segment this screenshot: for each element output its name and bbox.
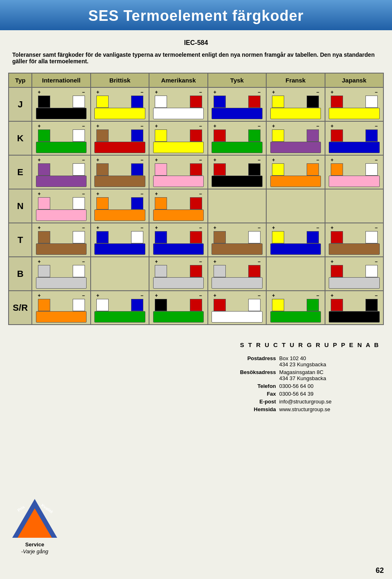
minus-pin [307, 163, 319, 176]
minus-pin [365, 163, 378, 176]
minus-pin [190, 96, 202, 108]
connector: + − [327, 157, 382, 187]
plus-pin [38, 129, 50, 142]
connector: + − [209, 293, 265, 323]
connector: + − [92, 191, 147, 221]
page-title: SES Termoelement färgkoder [0, 7, 392, 24]
connector: + − [33, 259, 89, 289]
minus-sign: − [199, 123, 202, 129]
minus-sign: − [82, 157, 85, 163]
plus-sign: + [155, 293, 158, 298]
minus-sign: − [375, 89, 378, 95]
minus-pin [73, 299, 85, 311]
connector: + − [92, 123, 147, 153]
plus-sign: + [272, 89, 275, 95]
contact-row-fax: Fax 0300-56 64 39 [240, 390, 335, 398]
minus-sign: − [82, 191, 85, 197]
minus-pin [365, 129, 378, 142]
plus-pin [272, 129, 284, 142]
connector: + − [33, 123, 89, 153]
minus-pin [365, 231, 378, 243]
connector: + − [209, 123, 265, 153]
col-header-jap: Japansk [325, 73, 383, 87]
minus-sign: − [199, 157, 202, 163]
connector-cell: + − [32, 87, 90, 121]
plus-sign: + [96, 225, 99, 231]
plus-sign: + [155, 123, 158, 129]
minus-sign: − [316, 157, 319, 163]
plus-sign: + [38, 89, 41, 95]
plus-sign: + [331, 89, 334, 95]
connector: + − [33, 157, 89, 187]
connector-base [36, 243, 87, 255]
minus-pin [73, 163, 85, 176]
connector-base [270, 142, 321, 153]
plus-sign: + [155, 259, 158, 265]
connector-cell: + − [32, 291, 90, 325]
connector: + − [151, 123, 206, 153]
connector-cell: + − [91, 155, 149, 189]
intro-description: Toleranser samt färgkoder för de vanliga… [12, 51, 380, 65]
connector-cell: + − [266, 87, 325, 121]
connector: + − [92, 157, 147, 187]
connector-cell: + − [32, 189, 90, 223]
minus-sign: − [316, 293, 319, 298]
plus-sign: + [155, 191, 158, 197]
connector: + − [33, 293, 89, 323]
plus-pin [331, 163, 343, 176]
plus-pin [38, 265, 50, 277]
table-row: K + − + − + [9, 121, 383, 155]
connector-base [94, 311, 145, 323]
contact-row-besok: Besöksadress Magasinsgatan 8C434 37 Kung… [240, 368, 335, 382]
connector-base [270, 108, 321, 119]
minus-sign: − [316, 225, 319, 231]
connector-cell: + − [325, 291, 383, 325]
plus-pin [272, 163, 284, 176]
minus-pin [307, 299, 319, 311]
connector-cell: + − [208, 223, 266, 257]
connector-cell: + − [325, 155, 383, 189]
connector-cell: + − [32, 223, 90, 257]
minus-sign: − [258, 259, 261, 265]
minus-pin [248, 231, 261, 243]
minus-sign: − [199, 225, 202, 231]
connector-cell: + − [266, 155, 325, 189]
col-header-amer: Amerikansk [149, 73, 207, 87]
standard-label: IEC-584 [12, 39, 380, 47]
minus-pin [307, 96, 319, 108]
minus-pin [131, 197, 143, 209]
minus-pin [307, 231, 319, 243]
contact-table: Postadress Box 102 40434 23 Kungsbacka B… [240, 354, 335, 413]
connector-cell: + − [266, 121, 325, 155]
col-header-fransk: Fransk [266, 73, 325, 87]
connector-cell: + − [208, 257, 266, 291]
connector: + − [33, 89, 89, 119]
connector-cell: + − [149, 121, 207, 155]
connector-base [212, 176, 263, 187]
plus-sign: + [96, 293, 99, 298]
col-header-brit: Brittisk [91, 73, 149, 87]
contact-row-web: Hemsida www.structurgroup.se [240, 405, 335, 413]
besoksadress-value: Magasinsgatan 8C434 37 Kungsbacka [279, 368, 335, 382]
connector-base [329, 108, 380, 119]
minus-pin [365, 299, 378, 311]
minus-sign: − [375, 157, 378, 163]
connector-cell: + − [32, 121, 90, 155]
connector: + − [33, 225, 89, 255]
connector-base [270, 311, 321, 323]
connector-base [94, 209, 145, 221]
minus-sign: − [140, 225, 143, 231]
connector: + − [268, 89, 323, 119]
plus-pin [272, 299, 284, 311]
plus-pin [214, 231, 226, 243]
connector-cell: + − [325, 121, 383, 155]
minus-sign: − [375, 259, 378, 265]
plus-pin [155, 265, 167, 277]
connector-cell: + − [325, 223, 383, 257]
plus-sign: + [155, 225, 158, 231]
connector-base [36, 108, 87, 119]
minus-pin [131, 163, 143, 176]
minus-sign: − [258, 293, 261, 298]
connector-base [329, 311, 380, 323]
connector-base [212, 243, 263, 255]
